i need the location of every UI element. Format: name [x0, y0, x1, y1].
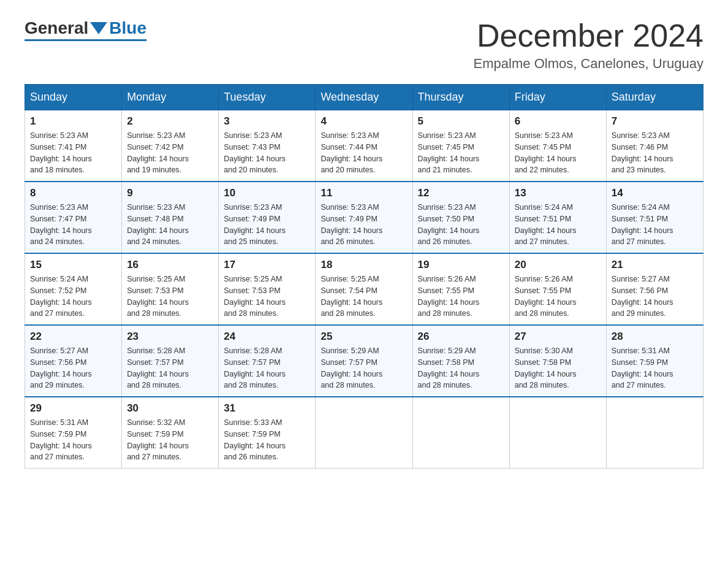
table-row: 19Sunrise: 5:26 AMSunset: 7:55 PMDayligh…: [412, 253, 509, 325]
day-number: 25: [320, 331, 407, 343]
table-row: 3Sunrise: 5:23 AMSunset: 7:43 PMDaylight…: [219, 110, 316, 182]
table-row: 24Sunrise: 5:28 AMSunset: 7:57 PMDayligh…: [219, 325, 316, 397]
table-row: 15Sunrise: 5:24 AMSunset: 7:52 PMDayligh…: [25, 253, 122, 325]
table-row: 21Sunrise: 5:27 AMSunset: 7:56 PMDayligh…: [606, 253, 703, 325]
table-row: 11Sunrise: 5:23 AMSunset: 7:49 PMDayligh…: [316, 182, 412, 253]
day-number: 9: [127, 187, 213, 199]
page-header: General Blue December 2024 Empalme Olmos…: [25, 18, 703, 72]
table-row: 2Sunrise: 5:23 AMSunset: 7:42 PMDaylight…: [122, 110, 219, 182]
day-info: Sunrise: 5:23 AMSunset: 7:45 PMDaylight:…: [515, 130, 601, 176]
day-number: 21: [612, 259, 698, 271]
calendar-week-row: 8Sunrise: 5:23 AMSunset: 7:47 PMDaylight…: [25, 182, 703, 253]
day-number: 28: [612, 331, 698, 343]
calendar-week-row: 22Sunrise: 5:27 AMSunset: 7:56 PMDayligh…: [25, 325, 703, 397]
day-info: Sunrise: 5:23 AMSunset: 7:41 PMDaylight:…: [30, 130, 116, 176]
day-number: 4: [320, 115, 407, 128]
day-number: 31: [224, 402, 310, 415]
location-subtitle: Empalme Olmos, Canelones, Uruguay: [474, 56, 703, 72]
day-info: Sunrise: 5:32 AMSunset: 7:59 PMDaylight:…: [127, 417, 213, 463]
day-number: 13: [515, 187, 601, 199]
day-number: 11: [320, 187, 407, 199]
day-info: Sunrise: 5:29 AMSunset: 7:57 PMDaylight:…: [320, 345, 407, 391]
day-number: 3: [224, 115, 310, 128]
day-info: Sunrise: 5:31 AMSunset: 7:59 PMDaylight:…: [30, 417, 116, 463]
header-saturday: Saturday: [606, 85, 703, 110]
table-row: 10Sunrise: 5:23 AMSunset: 7:49 PMDayligh…: [219, 182, 316, 253]
day-info: Sunrise: 5:28 AMSunset: 7:57 PMDaylight:…: [224, 345, 310, 391]
title-section: December 2024 Empalme Olmos, Canelones, …: [474, 18, 703, 72]
header-wednesday: Wednesday: [316, 85, 412, 110]
calendar-week-row: 1Sunrise: 5:23 AMSunset: 7:41 PMDaylight…: [25, 110, 703, 182]
day-number: 29: [30, 402, 116, 415]
logo-underline: [25, 39, 146, 41]
table-row: 4Sunrise: 5:23 AMSunset: 7:44 PMDaylight…: [316, 110, 412, 182]
table-row: 31Sunrise: 5:33 AMSunset: 7:59 PMDayligh…: [219, 397, 316, 469]
day-info: Sunrise: 5:23 AMSunset: 7:46 PMDaylight:…: [612, 130, 698, 176]
table-row: 27Sunrise: 5:30 AMSunset: 7:58 PMDayligh…: [509, 325, 606, 397]
day-info: Sunrise: 5:26 AMSunset: 7:55 PMDaylight:…: [515, 274, 601, 320]
table-row: 25Sunrise: 5:29 AMSunset: 7:57 PMDayligh…: [316, 325, 412, 397]
day-info: Sunrise: 5:23 AMSunset: 7:49 PMDaylight:…: [320, 202, 407, 248]
header-sunday: Sunday: [25, 85, 122, 110]
day-info: Sunrise: 5:23 AMSunset: 7:44 PMDaylight:…: [320, 130, 407, 176]
day-number: 2: [127, 115, 213, 128]
day-number: 5: [418, 115, 504, 128]
table-row: 14Sunrise: 5:24 AMSunset: 7:51 PMDayligh…: [606, 182, 703, 253]
day-info: Sunrise: 5:25 AMSunset: 7:53 PMDaylight:…: [127, 274, 213, 320]
day-number: 22: [30, 331, 116, 343]
table-row: 30Sunrise: 5:32 AMSunset: 7:59 PMDayligh…: [122, 397, 219, 469]
day-info: Sunrise: 5:23 AMSunset: 7:45 PMDaylight:…: [418, 130, 504, 176]
table-row: 28Sunrise: 5:31 AMSunset: 7:59 PMDayligh…: [606, 325, 703, 397]
table-row: 20Sunrise: 5:26 AMSunset: 7:55 PMDayligh…: [509, 253, 606, 325]
table-row: [316, 397, 412, 469]
table-row: 12Sunrise: 5:23 AMSunset: 7:50 PMDayligh…: [412, 182, 509, 253]
calendar-week-row: 29Sunrise: 5:31 AMSunset: 7:59 PMDayligh…: [25, 397, 703, 469]
table-row: 7Sunrise: 5:23 AMSunset: 7:46 PMDaylight…: [606, 110, 703, 182]
table-row: 9Sunrise: 5:23 AMSunset: 7:48 PMDaylight…: [122, 182, 219, 253]
table-row: 6Sunrise: 5:23 AMSunset: 7:45 PMDaylight…: [509, 110, 606, 182]
day-number: 19: [418, 259, 504, 271]
day-number: 20: [515, 259, 601, 271]
day-info: Sunrise: 5:23 AMSunset: 7:48 PMDaylight:…: [127, 202, 213, 248]
day-number: 27: [515, 331, 601, 343]
day-info: Sunrise: 5:28 AMSunset: 7:57 PMDaylight:…: [127, 345, 213, 391]
table-row: [412, 397, 509, 469]
day-info: Sunrise: 5:24 AMSunset: 7:51 PMDaylight:…: [612, 202, 698, 248]
day-number: 18: [320, 259, 407, 271]
header-monday: Monday: [122, 85, 219, 110]
table-row: [606, 397, 703, 469]
table-row: 26Sunrise: 5:29 AMSunset: 7:58 PMDayligh…: [412, 325, 509, 397]
table-row: 17Sunrise: 5:25 AMSunset: 7:53 PMDayligh…: [219, 253, 316, 325]
table-row: 18Sunrise: 5:25 AMSunset: 7:54 PMDayligh…: [316, 253, 412, 325]
day-info: Sunrise: 5:33 AMSunset: 7:59 PMDaylight:…: [224, 417, 310, 463]
day-number: 8: [30, 187, 116, 199]
table-row: 13Sunrise: 5:24 AMSunset: 7:51 PMDayligh…: [509, 182, 606, 253]
day-info: Sunrise: 5:30 AMSunset: 7:58 PMDaylight:…: [515, 345, 601, 391]
header-tuesday: Tuesday: [219, 85, 316, 110]
table-row: 8Sunrise: 5:23 AMSunset: 7:47 PMDaylight…: [25, 182, 122, 253]
day-number: 7: [612, 115, 698, 128]
table-row: 5Sunrise: 5:23 AMSunset: 7:45 PMDaylight…: [412, 110, 509, 182]
day-number: 6: [515, 115, 601, 128]
day-info: Sunrise: 5:29 AMSunset: 7:58 PMDaylight:…: [418, 345, 504, 391]
logo-triangle-icon: [90, 22, 107, 34]
logo-general-text: General: [25, 18, 88, 38]
table-row: 1Sunrise: 5:23 AMSunset: 7:41 PMDaylight…: [25, 110, 122, 182]
day-number: 17: [224, 259, 310, 271]
table-row: 29Sunrise: 5:31 AMSunset: 7:59 PMDayligh…: [25, 397, 122, 469]
day-number: 23: [127, 331, 213, 343]
day-info: Sunrise: 5:23 AMSunset: 7:47 PMDaylight:…: [30, 202, 116, 248]
day-number: 26: [418, 331, 504, 343]
header-friday: Friday: [509, 85, 606, 110]
day-number: 14: [612, 187, 698, 199]
day-number: 30: [127, 402, 213, 415]
table-row: 23Sunrise: 5:28 AMSunset: 7:57 PMDayligh…: [122, 325, 219, 397]
day-info: Sunrise: 5:24 AMSunset: 7:51 PMDaylight:…: [515, 202, 601, 248]
day-info: Sunrise: 5:23 AMSunset: 7:43 PMDaylight:…: [224, 130, 310, 176]
day-info: Sunrise: 5:24 AMSunset: 7:52 PMDaylight:…: [30, 274, 116, 320]
table-row: 16Sunrise: 5:25 AMSunset: 7:53 PMDayligh…: [122, 253, 219, 325]
day-info: Sunrise: 5:31 AMSunset: 7:59 PMDaylight:…: [612, 345, 698, 391]
day-info: Sunrise: 5:23 AMSunset: 7:49 PMDaylight:…: [224, 202, 310, 248]
calendar-table: Sunday Monday Tuesday Wednesday Thursday…: [25, 84, 703, 469]
logo: General Blue: [25, 18, 146, 41]
